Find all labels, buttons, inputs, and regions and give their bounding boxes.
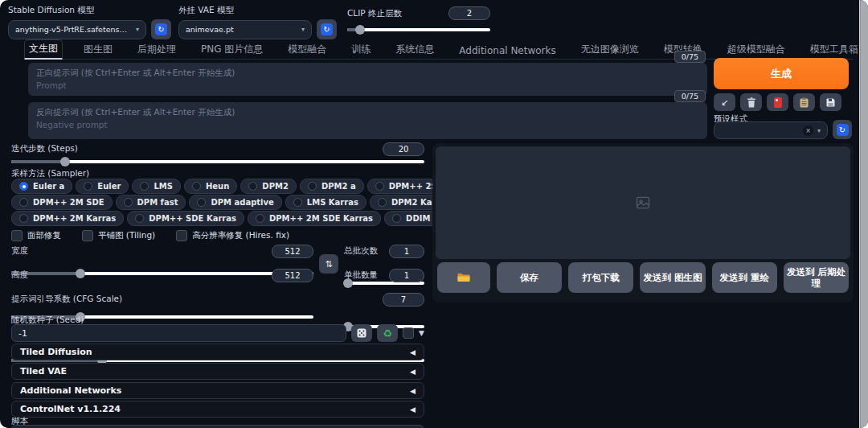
restore-faces-toggle[interactable]: 面部修复 [11, 230, 61, 241]
radio-icon [308, 182, 317, 191]
positive-prompt-input[interactable]: 0/75 正向提示词 (按 Ctrl+Enter 或 Alt+Enter 开始生… [28, 63, 707, 96]
batch-size-label: 单批数量 [344, 270, 378, 281]
radio-icon [248, 182, 257, 191]
hires-fix-toggle[interactable]: 高分辨率修复 (Hires. fix) [176, 230, 289, 241]
send-to-inpaint-button[interactable]: 发送到 重绘 [712, 262, 777, 293]
chevron-down-icon[interactable]: ▼ [419, 329, 424, 337]
recycle-icon: ♻ [383, 328, 392, 339]
tab-png-info[interactable]: PNG 图片信息 [197, 41, 267, 59]
radio-icon [378, 198, 387, 207]
vae-dropdown[interactable]: animevae.pt ▾ [178, 20, 312, 39]
steps-value[interactable]: 20 [383, 142, 424, 156]
steps-label: 迭代步数 (Steps) [11, 143, 78, 154]
zip-download-button[interactable]: 打包下载 [568, 262, 633, 293]
tab-system-info[interactable]: 系统信息 [391, 41, 438, 59]
height-value[interactable]: 512 [272, 269, 313, 282]
negative-prompt-input[interactable]: 0/75 反向提示词 (按 Ctrl+Enter 或 Alt+Enter 开始生… [28, 102, 707, 139]
refresh-styles-button[interactable]: ↻ [833, 120, 852, 139]
swap-dimensions-button[interactable]: ⇅ [319, 254, 338, 274]
tab-model-toolkit[interactable]: 模型工具箱 [806, 41, 862, 59]
trash-icon [747, 97, 756, 108]
radio-icon [197, 198, 206, 207]
clip-skip-slider[interactable] [347, 25, 490, 35]
collapse-arrow-icon: ◀ [410, 368, 416, 376]
tab-checkpoint-merger[interactable]: 模型融合 [284, 41, 330, 59]
batch-size-value[interactable]: 1 [389, 269, 424, 282]
sampler-option[interactable]: DPM2 [240, 179, 297, 194]
clear-icon[interactable]: × [803, 126, 813, 136]
sampler-option[interactable]: DPM adaptive [189, 195, 281, 210]
send-to-img2img-button[interactable]: 发送到 图生图 [640, 262, 705, 293]
scrollbar-thumb[interactable] [861, 0, 868, 428]
clear-prompt-button[interactable] [740, 93, 762, 111]
toggle-row: 面部修复 平铺图 (Tiling) 高分辨率修复 (Hires. fix) [11, 230, 289, 241]
sampler-option[interactable]: DPM2 a [300, 179, 364, 194]
save-button[interactable]: 保存 [497, 262, 562, 293]
sampler-option[interactable]: DPM fast [116, 195, 186, 210]
refresh-vae-button[interactable]: ↻ [317, 19, 337, 39]
sampler-option[interactable]: DPM++ 2M SDE Karras [248, 211, 381, 226]
width-value[interactable]: 512 [272, 245, 313, 258]
tab-supermerger[interactable]: 超级模型融合 [723, 41, 789, 59]
sampler-option[interactable]: Heun [184, 179, 237, 194]
result-gallery[interactable] [436, 146, 850, 259]
width-label: 宽度 [11, 245, 28, 257]
save-style-button[interactable] [820, 93, 841, 111]
prompt-tools: ↙ [714, 93, 841, 111]
sd-model-value: anything-v5-PrtRE.safetensors [7f96a1a9c… [15, 25, 131, 34]
accordion-controlnet[interactable]: ControlNet v1.1.224◀ [11, 401, 424, 418]
collapse-arrow-icon: ◀ [410, 348, 416, 356]
accordion-additional-networks[interactable]: Additional Networks◀ [11, 382, 424, 399]
sd-model-section: Stable Diffusion 模型 anything-v5-PrtRE.sa… [8, 5, 170, 39]
cfg-value[interactable]: 7 [383, 293, 424, 307]
chevron-down-icon: ▾ [301, 26, 305, 33]
clip-skip-section: CLIP 终止层数 2 [347, 6, 490, 35]
accordion-tiled-diffusion[interactable]: Tiled Diffusion◀ [11, 344, 424, 360]
reuse-seed-button[interactable]: ♻ [377, 324, 398, 342]
tab-additional-networks[interactable]: Additional Networks [455, 43, 559, 59]
tab-img2img[interactable]: 图生图 [80, 41, 117, 59]
steps-slider[interactable] [11, 157, 424, 167]
sampler-option[interactable]: DPM++ 2M SDE [11, 195, 113, 210]
tiling-toggle[interactable]: 平铺图 (Tiling) [82, 230, 155, 241]
tab-extras[interactable]: 后期处理 [133, 41, 180, 59]
checkbox-icon [11, 230, 23, 241]
generate-button[interactable]: 生成 [714, 58, 849, 89]
sampler-option[interactable]: LMS Karras [285, 195, 366, 210]
page-scrollbar[interactable] [859, 0, 868, 428]
tab-txt2img[interactable]: 文生图 [24, 39, 63, 60]
open-folder-button[interactable] [437, 262, 490, 293]
sampler-option[interactable]: DPM++ 2M Karras [11, 211, 124, 226]
sd-model-dropdown[interactable]: anything-v5-PrtRE.safetensors [7f96a1a9c… [8, 20, 146, 39]
sampler-option[interactable]: LMS [132, 179, 181, 194]
script-dropdown[interactable] [11, 425, 424, 428]
tab-train[interactable]: 训练 [347, 41, 375, 59]
refresh-sd-model-button[interactable]: ↻ [151, 19, 171, 39]
sampler-option[interactable]: Euler [76, 179, 129, 194]
batch-count-label: 总批次数 [344, 245, 378, 257]
checkbox-icon [176, 230, 187, 241]
accordion-tiled-vae[interactable]: Tiled VAE◀ [11, 363, 424, 380]
refresh-icon: ↻ [155, 23, 167, 35]
folder-icon [457, 273, 470, 282]
image-placeholder-icon [635, 195, 651, 211]
sampler-option[interactable]: Euler a [11, 179, 72, 194]
batch-count-value[interactable]: 1 [389, 245, 424, 258]
radio-icon [135, 214, 144, 223]
clip-skip-value[interactable]: 2 [448, 6, 490, 20]
extra-networks-button[interactable] [767, 93, 788, 111]
random-seed-button[interactable] [351, 324, 372, 342]
tab-infinite-image-browsing[interactable]: 无边图像浏览 [577, 41, 643, 59]
sampler-option[interactable]: DPM++ SDE Karras [127, 211, 244, 226]
vae-label: 外挂 VAE 模型 [178, 5, 339, 16]
apply-styles-button[interactable] [793, 93, 815, 111]
sampler-option[interactable]: DDIM [384, 211, 438, 226]
clipboard-icon [800, 97, 809, 108]
read-generation-params-button[interactable]: ↙ [714, 93, 735, 111]
extra-seed-checkbox[interactable] [403, 327, 414, 339]
seed-input[interactable] [11, 324, 346, 342]
stable-diffusion-webui-window: Stable Diffusion 模型 anything-v5-PrtRE.sa… [0, 0, 868, 428]
styles-dropdown[interactable]: × ▾ [714, 121, 828, 139]
send-to-extras-button[interactable]: 发送到 后期处理 [784, 262, 849, 293]
collapse-arrow-icon: ◀ [410, 387, 416, 395]
